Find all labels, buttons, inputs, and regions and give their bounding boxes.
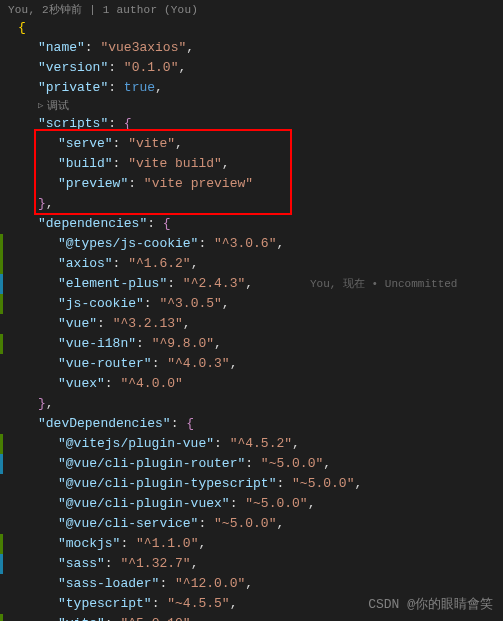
gutter-modified-icon <box>0 554 3 574</box>
json-key: "@vue/cli-plugin-vuex" <box>58 496 230 511</box>
codelens-label: 调试 <box>47 98 69 114</box>
json-string: "^2.4.3" <box>183 276 245 291</box>
json-string: "^9.8.0" <box>152 336 214 351</box>
json-key: "devDependencies" <box>38 416 171 431</box>
json-key: "dependencies" <box>38 216 147 231</box>
code-line[interactable]: "vite": "^5.0.10" <box>0 614 503 621</box>
json-string: "^3.0.5" <box>159 296 221 311</box>
gutter-added-icon <box>0 434 3 454</box>
json-key: "typescript" <box>58 596 152 611</box>
json-key: "serve" <box>58 136 113 151</box>
code-line[interactable]: "element-plus": "^2.4.3",You, 现在 • Uncom… <box>0 274 503 294</box>
json-key: "sass-loader" <box>58 576 159 591</box>
json-string: "^4.0.0" <box>120 376 182 391</box>
json-key: "@vue/cli-plugin-router" <box>58 456 245 471</box>
json-key: "@vue/cli-plugin-typescript" <box>58 476 276 491</box>
code-line[interactable]: }, <box>0 394 503 414</box>
gutter-added-icon <box>0 614 3 621</box>
json-key: "scripts" <box>38 116 108 131</box>
json-key: "vue-i18n" <box>58 336 136 351</box>
code-editor[interactable]: { "name": "vue3axios", "version": "0.1.0… <box>0 17 503 621</box>
code-line[interactable]: "version": "0.1.0", <box>0 58 503 78</box>
json-string: "^4.5.2" <box>230 436 292 451</box>
json-string: "^1.6.2" <box>128 256 190 271</box>
json-key: "element-plus" <box>58 276 167 291</box>
json-key: "vuex" <box>58 376 105 391</box>
json-string: "0.1.0" <box>124 60 179 75</box>
gutter-modified-icon <box>0 454 3 474</box>
code-line[interactable]: "scripts": { <box>0 114 503 134</box>
json-bool: true <box>124 80 155 95</box>
code-line[interactable]: "mockjs": "^1.1.0", <box>0 534 503 554</box>
watermark: CSDN @你的眼睛會笑 <box>368 595 493 613</box>
json-string: "~5.0.0" <box>245 496 307 511</box>
code-line[interactable]: "axios": "^1.6.2", <box>0 254 503 274</box>
code-line[interactable]: "name": "vue3axios", <box>0 38 503 58</box>
json-key: "js-cookie" <box>58 296 144 311</box>
json-string: "^4.0.3" <box>167 356 229 371</box>
json-key: "build" <box>58 156 113 171</box>
json-string: "^1.1.0" <box>136 536 198 551</box>
code-line[interactable]: "preview": "vite preview" <box>0 174 503 194</box>
code-line[interactable]: "@vitejs/plugin-vue": "^4.5.2", <box>0 434 503 454</box>
json-key: "preview" <box>58 176 128 191</box>
json-string: "^12.0.0" <box>175 576 245 591</box>
code-line[interactable]: "@vue/cli-service": "~5.0.0", <box>0 514 503 534</box>
json-key: "vite" <box>58 616 105 621</box>
gutter-added-icon <box>0 334 3 354</box>
play-icon: ▷ <box>38 98 43 114</box>
git-inline-blame: You, 现在 • Uncommitted <box>310 274 457 294</box>
json-key: "@types/js-cookie" <box>58 236 198 251</box>
json-key: "vue-router" <box>58 356 152 371</box>
code-line[interactable]: "@types/js-cookie": "^3.0.6", <box>0 234 503 254</box>
code-line[interactable]: "vue-router": "^4.0.3", <box>0 354 503 374</box>
code-line[interactable]: "@vue/cli-plugin-typescript": "~5.0.0", <box>0 474 503 494</box>
code-line[interactable]: { <box>0 18 503 38</box>
json-key: "@vue/cli-service" <box>58 516 198 531</box>
json-string: "^5.0.10" <box>120 616 190 621</box>
code-line[interactable]: "vue": "^3.2.13", <box>0 314 503 334</box>
code-line[interactable]: "js-cookie": "^3.0.5", <box>0 294 503 314</box>
json-string: "~5.0.0" <box>214 516 276 531</box>
json-key: "mockjs" <box>58 536 120 551</box>
json-string: "vue3axios" <box>100 40 186 55</box>
codelens-debug[interactable]: ▷调试 <box>0 98 503 114</box>
code-line[interactable]: "@vue/cli-plugin-vuex": "~5.0.0", <box>0 494 503 514</box>
json-string: "vite build" <box>128 156 222 171</box>
json-string: "^1.32.7" <box>120 556 190 571</box>
json-string: "vite" <box>128 136 175 151</box>
code-line[interactable]: "devDependencies": { <box>0 414 503 434</box>
code-line[interactable]: "vuex": "^4.0.0" <box>0 374 503 394</box>
code-line[interactable]: "serve": "vite", <box>0 134 503 154</box>
json-key: "name" <box>38 40 85 55</box>
json-string: "^3.2.13" <box>113 316 183 331</box>
json-string: "vite preview" <box>144 176 253 191</box>
json-string: "^3.0.6" <box>214 236 276 251</box>
git-author-summary: You, 2秒钟前 | 1 author (You) <box>0 0 503 17</box>
code-line[interactable]: "sass": "^1.32.7", <box>0 554 503 574</box>
json-string: "~5.0.0" <box>292 476 354 491</box>
gutter-modified-icon <box>0 274 3 294</box>
code-line[interactable]: "vue-i18n": "^9.8.0", <box>0 334 503 354</box>
json-string: "~4.5.5" <box>167 596 229 611</box>
json-key: "@vitejs/plugin-vue" <box>58 436 214 451</box>
json-key: "sass" <box>58 556 105 571</box>
json-string: "~5.0.0" <box>261 456 323 471</box>
gutter-added-icon <box>0 534 3 554</box>
brace-open: { <box>18 20 26 35</box>
code-line[interactable]: "dependencies": { <box>0 214 503 234</box>
json-key: "private" <box>38 80 108 95</box>
code-line[interactable]: "@vue/cli-plugin-router": "~5.0.0", <box>0 454 503 474</box>
json-key: "vue" <box>58 316 97 331</box>
code-line[interactable]: "private": true, <box>0 78 503 98</box>
code-line[interactable]: "build": "vite build", <box>0 154 503 174</box>
code-line[interactable]: }, <box>0 194 503 214</box>
gutter-added-icon <box>0 234 3 254</box>
gutter-added-icon <box>0 294 3 314</box>
json-key: "axios" <box>58 256 113 271</box>
gutter-added-icon <box>0 254 3 274</box>
json-key: "version" <box>38 60 108 75</box>
code-line[interactable]: "sass-loader": "^12.0.0", <box>0 574 503 594</box>
